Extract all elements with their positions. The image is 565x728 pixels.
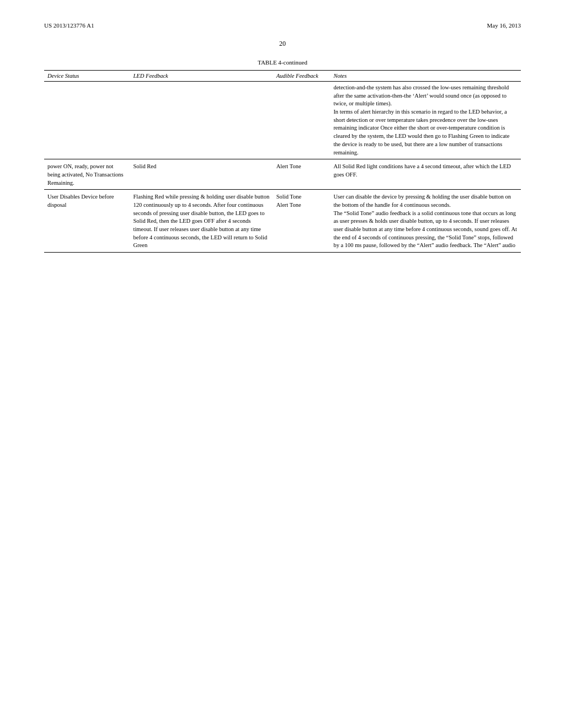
notes-cell: All Solid Red light conditions have a 4 … <box>330 159 521 190</box>
col-header-device: Device Status <box>44 71 130 82</box>
audible-feedback-cell: Solid ToneAlert Tone <box>273 190 331 253</box>
patent-date: May 16, 2013 <box>487 22 521 29</box>
main-table: Device Status LED Feedback Audible Feedb… <box>44 70 521 253</box>
device-status-cell: User Disables Device before disposal <box>44 190 130 253</box>
col-header-audible: Audible Feedback <box>273 71 331 82</box>
notes-cell: User can disable the device by pressing … <box>330 190 521 253</box>
led-feedback-cell: Solid Red <box>130 159 273 190</box>
patent-number: US 2013/123776 A1 <box>44 22 94 29</box>
col-header-notes: Notes <box>330 71 521 82</box>
table-row: power ON, ready, power not being activat… <box>44 159 521 190</box>
notes-cell: detection-and-the system has also crosse… <box>330 82 521 159</box>
led-feedback-cell <box>130 82 273 159</box>
table-row: detection-and-the system has also crosse… <box>44 82 521 159</box>
device-status-cell <box>44 82 130 159</box>
device-status-cell: power ON, ready, power not being activat… <box>44 159 130 190</box>
audible-feedback-cell: Alert Tone <box>273 159 331 190</box>
table-row: User Disables Device before disposal Fla… <box>44 190 521 253</box>
table-title: TABLE 4-continued <box>44 59 521 66</box>
audible-feedback-cell <box>273 82 331 159</box>
page-number: 20 <box>44 40 521 48</box>
col-header-led: LED Feedback <box>130 71 273 82</box>
page: US 2013/123776 A1 May 16, 2013 20 TABLE … <box>0 0 565 728</box>
page-header: US 2013/123776 A1 May 16, 2013 <box>44 22 521 29</box>
led-feedback-cell: Flashing Red while pressing & holding us… <box>130 190 273 253</box>
